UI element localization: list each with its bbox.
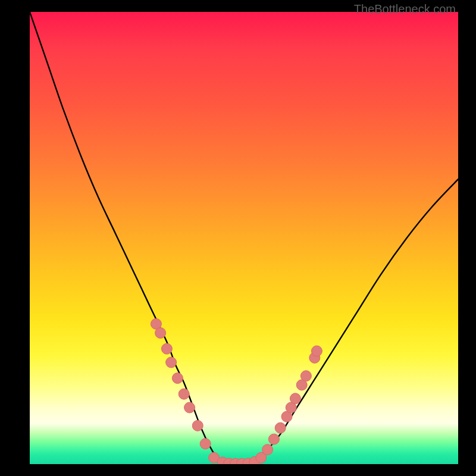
curve-layer xyxy=(30,12,458,464)
curve-marker xyxy=(311,346,322,356)
curve-markers xyxy=(151,318,322,464)
bottleneck-curve xyxy=(30,12,458,464)
watermark-text: TheBottleneck.com xyxy=(354,2,456,16)
chart-stage: TheBottleneck.com xyxy=(0,0,476,476)
curve-marker xyxy=(178,389,189,399)
curve-marker xyxy=(192,420,203,431)
curve-marker xyxy=(290,393,300,404)
curve-marker xyxy=(268,434,279,444)
curve-marker xyxy=(262,444,273,455)
curve-marker xyxy=(166,357,177,368)
curve-marker xyxy=(300,371,311,381)
plot-area xyxy=(30,12,458,464)
curve-marker xyxy=(200,439,211,449)
curve-marker xyxy=(275,422,286,433)
curve-marker xyxy=(155,328,166,339)
curve-marker xyxy=(161,343,172,354)
curve-marker xyxy=(172,373,183,384)
curve-marker xyxy=(184,402,195,413)
